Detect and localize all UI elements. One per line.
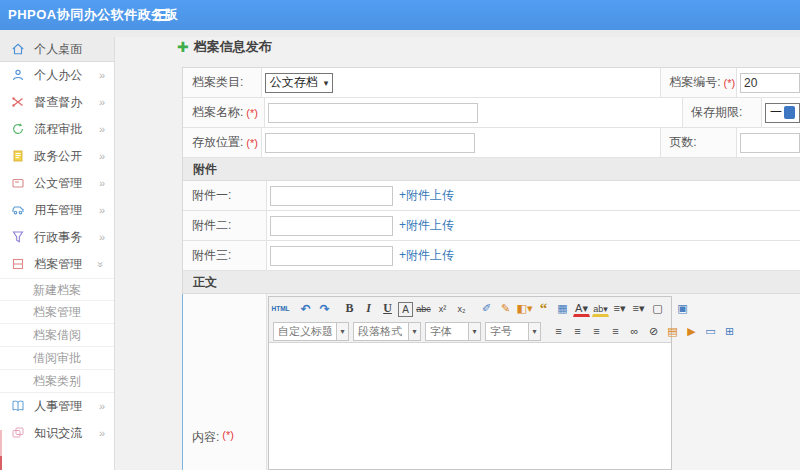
location-value-cell — [262, 128, 661, 157]
pages-input[interactable] — [740, 133, 800, 153]
hr-icon — [11, 399, 26, 412]
new-document-icon[interactable]: ▢ — [649, 300, 666, 318]
sidebar-item-label: 行政事务 — [34, 230, 82, 244]
required-mark: (*) — [246, 107, 258, 119]
sidebar-item-gov-disclosure[interactable]: 政务公开 » — [0, 143, 114, 170]
pages-label: 页数: — [669, 134, 696, 151]
rich-text-editor: HTML ↶ ↷ B I U A abc x² x₂ ✐ ✎ ◧▾ “ — [268, 296, 672, 470]
strikethrough-icon[interactable]: abc — [415, 300, 432, 318]
attachment3-input[interactable] — [270, 246, 393, 266]
table-icon[interactable]: ⊞ — [721, 322, 738, 340]
archive-submenu: 新建档案 档案管理 档案借阅 借阅审批 档案类别 — [0, 278, 114, 393]
unlink-icon[interactable]: ⊘ — [645, 322, 662, 340]
unordered-list-icon[interactable]: ≡▾ — [630, 300, 647, 318]
text-border-icon[interactable]: A — [398, 302, 413, 317]
sidebar-item-vehicle-mgmt[interactable]: 用车管理 » — [0, 197, 114, 224]
sidebar-item-supervision[interactable]: 督查督办 » — [0, 89, 114, 116]
align-left-icon[interactable]: ≡ — [550, 322, 567, 340]
selection-highlight — [784, 106, 795, 119]
source-code-icon[interactable]: HTML — [272, 300, 289, 318]
align-justify-icon[interactable]: ≡ — [607, 322, 624, 340]
bold-icon[interactable]: B — [341, 300, 358, 318]
required-mark: (*) — [723, 77, 735, 89]
align-center-icon[interactable]: ≡ — [569, 322, 586, 340]
category-select-value: 公文存档 — [270, 74, 318, 91]
attachment1-upload-link[interactable]: +附件上传 — [399, 187, 454, 204]
align-right-icon[interactable]: ≡ — [588, 322, 605, 340]
page-title: 档案信息发布 — [194, 39, 272, 54]
subscript-icon[interactable]: x₂ — [453, 300, 470, 318]
category-select[interactable]: 公文存档 ▾ — [265, 73, 334, 93]
superscript-icon[interactable]: x² — [434, 300, 451, 318]
sidebar-item-personal-desktop[interactable]: 个人桌面 — [0, 37, 114, 62]
attachments-header-label: 附件 — [193, 161, 217, 178]
number-input[interactable] — [740, 73, 800, 93]
sidebar-subitem-archive-category[interactable]: 档案类别 — [0, 370, 114, 393]
sidebar-item-process-approval[interactable]: 流程审批 » — [0, 116, 114, 143]
editor-toolbar-row1: HTML ↶ ↷ B I U A abc x² x₂ ✐ ✎ ◧▾ “ — [269, 297, 671, 320]
custom-title-select-label: 自定义标题 — [274, 324, 336, 339]
attachment2-upload-link[interactable]: +附件上传 — [399, 217, 454, 234]
sidebar-subitem-borrow-approval[interactable]: 借阅审批 — [0, 347, 114, 370]
fullscreen-icon[interactable]: ▣ — [674, 300, 691, 318]
font-color-icon[interactable]: A▾ — [573, 303, 590, 317]
required-mark: (*) — [246, 137, 258, 149]
remove-format-icon[interactable]: ✐ — [478, 300, 495, 318]
italic-icon[interactable]: I — [360, 300, 377, 318]
sidebar-item-archive-mgmt[interactable]: 档案管理 » — [0, 251, 114, 278]
sidebar-subitem-new-archive[interactable]: 新建档案 — [0, 278, 114, 301]
sidebar-item-hr-mgmt[interactable]: 人事管理 » — [0, 393, 114, 420]
sidebar-item-document-mgmt[interactable]: 公文管理 » — [0, 170, 114, 197]
chevron-right-icon: » — [99, 224, 105, 251]
sidebar-item-personal-office[interactable]: 个人办公 » — [0, 62, 114, 89]
paragraph-format-select-label: 段落格式 — [354, 324, 408, 339]
attachment2-input[interactable] — [270, 216, 393, 236]
body-section-header: 正文 — [183, 271, 800, 294]
chevron-right-icon: » — [99, 197, 105, 224]
font-family-select[interactable]: 字体 ▾ — [425, 322, 481, 341]
body-header-label: 正文 — [193, 274, 217, 291]
blockquote-icon[interactable]: “ — [535, 300, 552, 318]
link-icon[interactable]: ∞ — [626, 322, 643, 340]
format-brush-icon[interactable]: ✎ — [497, 300, 514, 318]
highlight-color-icon[interactable]: ab▾ — [592, 303, 609, 317]
editor-content-area[interactable] — [269, 343, 671, 469]
name-input[interactable] — [268, 103, 478, 123]
vehicle-icon — [11, 203, 26, 216]
period-label-cell: 保存期限: — [683, 98, 762, 127]
sidebar-item-label: 督查督办 — [34, 95, 82, 109]
attachment2-label: 附件二: — [192, 217, 231, 234]
attachment1-input[interactable] — [270, 186, 393, 206]
media-icon[interactable]: ▭ — [702, 322, 719, 340]
sidebar-subitem-archive-manage[interactable]: 档案管理 — [0, 301, 114, 324]
paragraph-format-select[interactable]: 段落格式 ▾ — [353, 322, 421, 341]
custom-title-select[interactable]: 自定义标题 ▾ — [273, 322, 349, 341]
flash-icon[interactable]: ▶ — [683, 322, 700, 340]
plugins-icon[interactable]: ▦ — [554, 300, 571, 318]
category-value-cell: 公文存档 ▾ — [262, 68, 661, 97]
redo-icon[interactable]: ↷ — [316, 300, 333, 318]
undo-icon[interactable]: ↶ — [297, 300, 314, 318]
scroll-mark — [0, 456, 2, 470]
attachments-section-header: 附件 — [183, 158, 800, 181]
pages-label-cell: 页数: — [661, 128, 737, 157]
form-row-attachment-1: 附件一: +附件上传 — [183, 181, 800, 211]
attachment3-upload-link[interactable]: +附件上传 — [399, 247, 454, 264]
period-select[interactable]: 一 — [765, 103, 800, 123]
font-size-select[interactable]: 字号 ▾ — [485, 322, 541, 341]
paint-color-icon[interactable]: ◧▾ — [516, 300, 533, 318]
scroll-mark-light — [0, 430, 2, 456]
sidebar-item-knowledge[interactable]: 知识交流 » — [0, 420, 114, 447]
document-icon — [11, 176, 26, 189]
hamburger-menu-icon[interactable] — [155, 9, 170, 21]
chevron-right-icon: » — [99, 393, 105, 420]
underline-icon[interactable]: U — [379, 300, 396, 318]
sidebar-subitem-archive-borrow[interactable]: 档案借阅 — [0, 324, 114, 347]
attachment3-value-cell: +附件上传 — [267, 241, 800, 270]
location-input[interactable] — [265, 133, 475, 153]
name-value-cell — [265, 98, 683, 127]
content-label-cell: 内容: (*) — [183, 294, 267, 470]
ordered-list-icon[interactable]: ≡▾ — [611, 300, 628, 318]
image-icon[interactable]: ▤ — [664, 322, 681, 340]
sidebar-item-admin-affairs[interactable]: 行政事务 » — [0, 224, 114, 251]
